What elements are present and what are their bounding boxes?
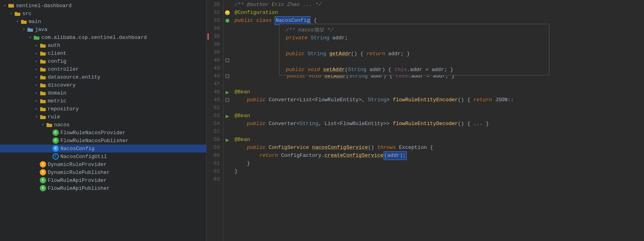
svg-rect-25	[40, 100, 46, 103]
arrow-auth	[33, 42, 40, 48]
svg-rect-30	[40, 115, 43, 116]
arrow-java	[21, 26, 27, 33]
svg-rect-3	[15, 13, 20, 16]
tree-item-main[interactable]: main	[0, 17, 206, 25]
tree-item-domain[interactable]: domain	[0, 89, 206, 97]
code-content[interactable]: /** nacos地址 */ private String addr; publ…	[231, 0, 644, 241]
svg-rect-24	[40, 91, 43, 93]
tree-item-package[interactable]: com.alibaba.csp.sentinel.dashboard	[0, 33, 206, 41]
code-line-47	[231, 80, 644, 88]
svg-rect-5	[21, 21, 27, 24]
tree-item-dynamic-rule-publisher[interactable]: I DynamicRulePublisher	[0, 168, 206, 176]
arrow-client	[33, 50, 40, 56]
code-line-59: public ConfigService nacosConfigService(…	[231, 144, 644, 152]
code-line-53: @Bean	[231, 112, 644, 120]
tree-item-flow-api-publisher[interactable]: C FlowRuleApiPublisher	[0, 184, 206, 192]
tree-item-nacos-config[interactable]: C NacosConfig	[0, 145, 206, 152]
tree-label-datasource: datasource.entity	[48, 74, 101, 80]
svg-rect-7	[27, 29, 33, 32]
tree-item-java[interactable]: java	[0, 25, 206, 33]
tree-item-rule[interactable]: rule	[0, 113, 206, 121]
folder-icon-discovery	[40, 82, 46, 88]
tree-item-root[interactable]: sentinel-dashboard	[0, 2, 206, 10]
file-icon-green-1: C	[52, 129, 59, 136]
file-tree[interactable]: sentinel-dashboard src main java com.ali…	[0, 0, 207, 241]
tree-item-config[interactable]: config	[0, 57, 206, 65]
code-line-28: /** @author Eric Zhao ... */	[231, 1, 644, 9]
folder-icon-metric	[40, 98, 46, 104]
tree-item-datasource[interactable]: datasource.entity	[0, 73, 206, 81]
folder-icon-repository	[40, 106, 46, 112]
folder-icon-src	[14, 10, 21, 17]
file-icon-green-2: C	[52, 137, 59, 144]
tree-label-controller: controller	[48, 66, 79, 72]
svg-rect-16	[40, 60, 43, 61]
tree-item-client[interactable]: client	[0, 49, 206, 57]
tree-item-controller[interactable]: controller	[0, 65, 206, 73]
svg-rect-22	[40, 83, 43, 85]
svg-rect-32	[47, 123, 49, 124]
folder-icon-nacos	[46, 121, 52, 128]
tree-label-domain: domain	[48, 90, 66, 96]
tree-label-main: main	[29, 19, 41, 25]
file-icon-blue-1: C	[52, 145, 59, 152]
tree-item-nacos[interactable]: nacos	[0, 121, 206, 129]
code-line-58: @Bean	[231, 136, 644, 144]
tree-item-nacos-config-util[interactable]: C NacosConfigUtil	[0, 152, 206, 160]
tree-item-dynamic-rule-provider[interactable]: I DynamicRuleProvider	[0, 160, 206, 168]
folder-icon-datasource	[40, 74, 46, 80]
code-line-52	[231, 104, 644, 112]
code-line-48: @Bean	[231, 88, 644, 96]
tree-item-flow-nacos-publisher[interactable]: C FlowRuleNacosPublisher	[0, 137, 206, 145]
arrow-domain	[33, 90, 40, 96]
code-line-32: @Configuration	[231, 9, 644, 17]
line-numbers: 28 32 33 34 35 38 39 40 43 44 47 48 49 5…	[207, 0, 223, 241]
svg-rect-14	[40, 52, 43, 53]
tree-item-auth[interactable]: auth	[0, 41, 206, 49]
code-line-49: public Converter<List<FlowRuleEntity>, S…	[231, 96, 644, 104]
arrow-metric	[33, 98, 40, 104]
folder-icon-client	[40, 50, 46, 56]
svg-rect-11	[40, 44, 46, 48]
gutter: 💡 ▶ ▶	[223, 0, 231, 241]
folder-icon-controller	[40, 66, 46, 72]
arrow-main	[14, 18, 21, 25]
tree-label-nacos-config-util: NacosConfigUtil	[60, 154, 107, 160]
code-area: 28 32 33 34 35 38 39 40 43 44 47 48 49 5…	[207, 0, 644, 241]
tree-label-client: client	[48, 50, 66, 56]
tree-label-java: java	[35, 27, 47, 33]
tree-label-config: config	[48, 58, 66, 64]
arrow-src	[8, 10, 14, 17]
folder-icon-auth	[40, 42, 46, 48]
svg-rect-18	[40, 67, 43, 69]
tree-label-dynamic-rule-publisher: DynamicRulePublisher	[48, 170, 110, 175]
tree-label-metric: metric	[48, 98, 66, 104]
svg-rect-4	[15, 12, 17, 13]
svg-rect-23	[40, 92, 46, 95]
tree-item-flow-nacos-provider[interactable]: C FlowRuleNacosProvider	[0, 129, 206, 137]
tree-label-flow-nacos-provider: FlowRuleNacosProvider	[60, 130, 126, 136]
tree-label-discovery: discovery	[48, 82, 76, 88]
svg-rect-17	[40, 68, 46, 71]
tree-label-flow-api-publisher: FlowRuleApiPublisher	[48, 185, 110, 191]
arrow-controller	[33, 66, 40, 72]
folder-icon-domain	[40, 90, 46, 96]
tree-item-discovery[interactable]: discovery	[0, 81, 206, 89]
arrow-discovery	[33, 82, 40, 88]
folder-icon-rule	[40, 114, 46, 120]
svg-rect-6	[21, 20, 23, 21]
svg-rect-21	[40, 84, 46, 87]
svg-rect-26	[40, 99, 43, 100]
svg-rect-10	[34, 36, 36, 37]
code-popup: /** nacos地址 */ private String addr; publ…	[279, 24, 549, 75]
tree-label-nacos-config: NacosConfig	[60, 146, 95, 152]
tree-item-repository[interactable]: repository	[0, 105, 206, 113]
tree-item-src[interactable]: src	[0, 10, 206, 17]
tree-item-metric[interactable]: metric	[0, 97, 206, 105]
arrow-datasource	[33, 74, 40, 80]
tree-label-flow-api-provider: FlowRuleApiProvider	[48, 177, 107, 183]
file-icon-blue-outline: C	[52, 153, 59, 160]
tree-label-repository: repository	[48, 106, 79, 112]
svg-rect-9	[34, 37, 39, 40]
tree-item-flow-api-provider[interactable]: C FlowRuleApiProvider	[0, 176, 206, 184]
